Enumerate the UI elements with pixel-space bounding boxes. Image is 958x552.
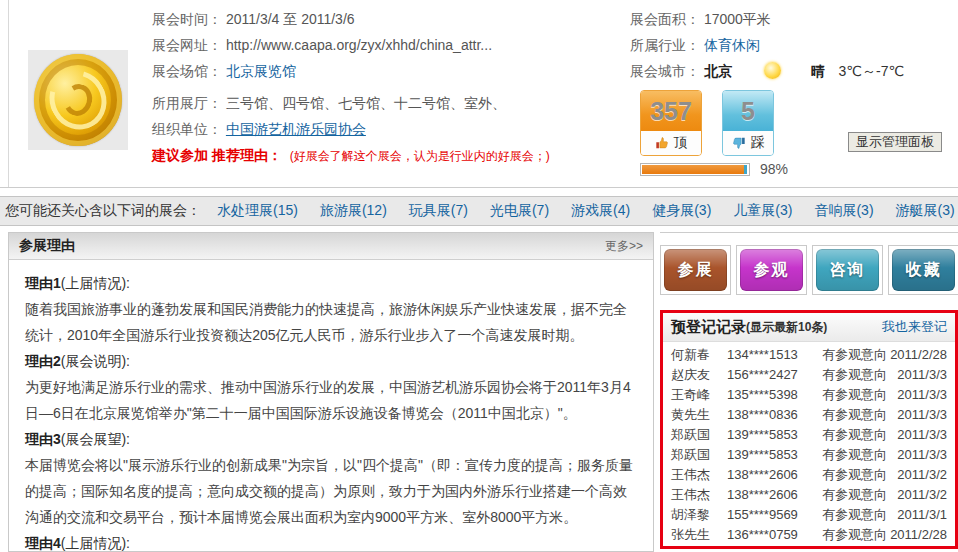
info-row-city: 展会城市： 北京 晴 3℃～-7℃ [630,58,950,84]
vote-progress-bar [640,163,750,176]
registration-date: 2011/3/1 [897,505,947,525]
registrant-intent: 有参观意向 [822,505,897,525]
registry-row: 王奇峰 135****5398 有参观意向 2011/3/3 [671,385,947,405]
reasons-title: 参展理由 [19,237,75,255]
registry-row: 胡泽黎 155****9569 有参观意向 2011/3/1 [671,505,947,525]
keyword-link-optoelectronic[interactable]: 光电展(7) [490,202,549,220]
action-buttons-row: 参展 参观 咨询 收藏 [660,232,958,295]
thumb-down-icon [732,136,746,150]
exhibition-summary: 展会时间： 2011/3/4 至 2011/3/6 展会网址： http://w… [0,0,958,188]
info-row-venue: 展会场馆： 北京展览馆 [152,58,622,84]
info-row-time: 展会时间： 2011/3/4 至 2011/3/6 [152,6,622,32]
registrant-intent: 有参观意向 [822,345,890,365]
registrant-name: 张先生 [671,525,727,545]
website-value: http://www.caapa.org/zyx/xhhd/china_attr… [226,37,492,53]
registration-date: 2011/2/28 [890,345,947,365]
registry-row: 王伟杰 138****2606 有参观意向 2011/3/2 [671,485,947,505]
favorite-button[interactable]: 收藏 [892,249,955,291]
keyword-link-toy[interactable]: 玩具展(7) [409,202,468,220]
vote-up-button[interactable]: 357 顶 [640,90,702,156]
main-content: 参展理由 更多>> 理由1(上届情况): 随着我国旅游事业的蓬勃发展和国民消费能… [8,232,958,552]
exhibition-info-right: 展会面积： 17000平米 所属行业： 体育休闲 展会城市： 北京 晴 3℃～-… [630,6,950,84]
vote-down-button[interactable]: 5 踩 [722,90,774,156]
registry-row: 黄先生 138****0836 有参观意向 2011/3/3 [671,405,947,425]
registration-date: 2011/3/2 [897,485,947,505]
consult-button[interactable]: 咨询 [816,249,879,291]
registrant-intent: 有参观意向 [822,365,897,385]
info-row-website: 展会网址： http://www.caapa.org/zyx/xhhd/chin… [152,32,622,58]
registry-row: 郑跃国 139****5853 有参观意向 2011/3/3 [671,425,947,445]
keyword-link-fitness[interactable]: 健身展(3) [652,202,711,220]
keyword-link-children[interactable]: 儿童展(3) [733,202,792,220]
preregistration-rows: 何新春 134****1513 有参观意向 2011/2/28 赵庆友 156*… [663,342,955,545]
reason-heading: 理由1(上届情况): [25,270,637,296]
industry-link[interactable]: 体育休闲 [704,37,760,53]
vote-down-strip: 踩 [723,131,773,155]
registrant-name: 郑跃国 [671,425,727,445]
time-label: 展会时间： [152,11,222,27]
preregistration-subtitle: (显示最新10条) [746,319,827,336]
registrant-intent: 有参观意向 [822,405,897,425]
organizer-link[interactable]: 中国游艺机游乐园协会 [226,121,366,137]
recommend-label: 建议参加 推荐理由： [152,147,282,163]
info-row-industry: 所属行业： 体育休闲 [630,32,950,58]
action-cell: 收藏 [888,245,958,295]
related-keywords-bar: 您可能还关心含以下词的展会： 水处理展(15) 旅游展(12) 玩具展(7) 光… [0,196,958,226]
registration-date: 2011/3/3 [897,385,947,405]
registration-date: 2011/3/3 [897,405,947,425]
time-value: 2011/3/4 至 2011/3/6 [226,11,355,27]
registrant-phone: 156****2427 [727,365,822,385]
registrant-phone: 136****0759 [727,525,822,545]
industry-label: 所属行业： [630,37,700,53]
registrant-intent: 有参观意向 [822,425,897,445]
city-value: 北京 [704,63,732,79]
reasons-body: 理由1(上届情况): 随着我国旅游事业的蓬勃发展和国民消费能力的快速提高，旅游休… [9,260,653,552]
weather-temperature: 3℃～-7℃ [839,63,905,79]
area-value: 17000平米 [704,11,771,27]
visit-button[interactable]: 参观 [740,249,803,291]
join-exhibit-button[interactable]: 参展 [664,249,727,291]
registrant-intent: 有参观意向 [822,445,897,465]
show-admin-panel-button[interactable]: 显示管理面板 [848,132,942,152]
reason-text: 本届博览会将以"展示游乐行业的创新成果"为宗旨，以"四个提高"（即：宣传力度的提… [25,452,637,530]
keyword-link-travel[interactable]: 旅游展(12) [320,202,387,220]
registry-row: 张先生 136****0759 有参观意向 2011/2/28 [671,525,947,545]
halls-label: 所用展厅： [152,95,222,111]
website-label: 展会网址： [152,37,222,53]
keyword-link-yacht[interactable]: 游艇展(3) [896,202,955,220]
info-row-organizer: 组织单位： 中国游艺机游乐园协会 [152,116,622,142]
registrant-name: 黄先生 [671,405,727,425]
weather-condition: 晴 [811,63,825,79]
registration-date: 2011/2/28 [890,525,947,545]
registrant-phone: 139****5853 [727,425,822,445]
registrant-intent: 有参观意向 [822,485,897,505]
action-cell: 参展 [660,245,731,295]
registrant-intent: 有参观意向 [822,465,897,485]
keyword-link-audio[interactable]: 音响展(3) [814,202,873,220]
keyword-link-game[interactable]: 游戏展(4) [571,202,630,220]
reason-heading: 理由3(展会展望): [25,426,637,452]
more-link[interactable]: 更多>> [605,238,643,255]
registrant-phone: 138****2606 [727,465,822,485]
area-label: 展会面积： [630,11,700,27]
registry-row: 赵庆友 156****2427 有参观意向 2011/3/3 [671,365,947,385]
action-cell: 参观 [736,245,807,295]
register-too-link[interactable]: 我也来登记 [882,318,947,336]
keywords-label: 您可能还关心含以下词的展会： [5,202,201,220]
reason-text: 为更好地满足游乐行业的需求、推动中国游乐行业的发展，中国游艺机游乐园协会将于20… [25,374,637,426]
preregistration-panel: 预登记记录 (显示最新10条) 我也来登记 何新春 134****1513 有参… [660,310,958,549]
keyword-link-water[interactable]: 水处理展(15) [217,202,298,220]
registrant-name: 王奇峰 [671,385,727,405]
registrant-name: 赵庆友 [671,365,727,385]
venue-link[interactable]: 北京展览馆 [226,63,296,79]
preregistration-title: 预登记记录 [671,318,746,337]
thumb-up-icon [655,136,669,150]
registrant-phone: 155****9569 [727,505,822,525]
registrant-name: 王伟杰 [671,465,727,485]
registrant-name: 郑跃国 [671,445,727,465]
recommend-note: (好展会了解这个展会，认为是行业内的好展会；) [290,149,550,163]
vote-percent-label: 98% [760,161,788,177]
registrant-name: 王伟杰 [671,485,727,505]
vote-down-label: 踩 [751,134,765,152]
reason-text: 随着我国旅游事业的蓬勃发展和国民消费能力的快速提高，旅游休闲娱乐产业快速发展，据… [25,296,637,348]
